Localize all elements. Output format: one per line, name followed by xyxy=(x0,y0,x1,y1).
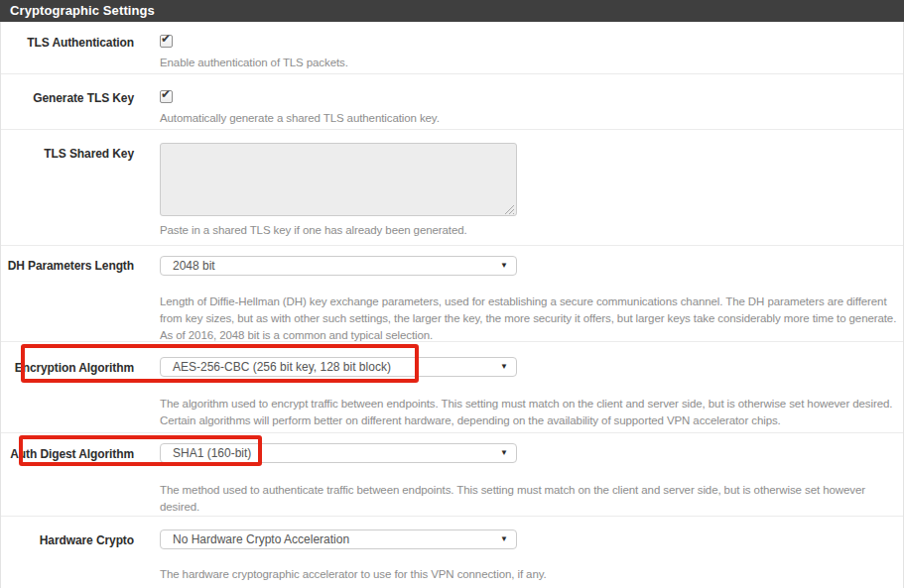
dropdown-arrow-icon: ▼ xyxy=(500,363,508,371)
auth-digest-algorithm-select[interactable]: SHA1 (160-bit) ▼ xyxy=(160,443,517,463)
field-label: DH Parameters Length xyxy=(1,259,134,273)
selected-option: No Hardware Crypto Acceleration xyxy=(173,532,349,546)
help-text: The algorithm used to encrypt traffic be… xyxy=(160,396,899,429)
row-tls-shared-key: TLS Shared Key Paste in a shared TLS key… xyxy=(1,130,903,246)
checkmark-icon: ✔ xyxy=(161,88,171,101)
help-text: The method used to authenticate traffic … xyxy=(160,482,899,516)
field-label: TLS Shared Key xyxy=(1,147,134,161)
tls-authentication-checkbox[interactable]: ✔ xyxy=(160,35,173,48)
cryptographic-settings-panel: Cryptographic Settings TLS Authenticatio… xyxy=(0,0,904,588)
dh-parameters-length-select[interactable]: 2048 bit ▼ xyxy=(160,256,517,276)
help-text: Paste in a shared TLS key if one has alr… xyxy=(160,222,899,239)
panel-header: Cryptographic Settings xyxy=(0,0,904,22)
selected-option: 2048 bit xyxy=(173,259,215,273)
help-text: Automatically generate a shared TLS auth… xyxy=(160,110,899,127)
field-label: TLS Authentication xyxy=(1,36,134,50)
dropdown-arrow-icon: ▼ xyxy=(500,535,508,543)
row-dh-parameters-length: DH Parameters Length 2048 bit ▼ Length o… xyxy=(1,246,903,342)
field-label: Auth Digest Algorithm xyxy=(1,447,134,461)
help-text: Enable authentication of TLS packets. xyxy=(160,55,899,71)
hardware-crypto-select[interactable]: No Hardware Crypto Acceleration ▼ xyxy=(160,529,517,549)
row-generate-tls-key: Generate TLS Key ✔ Automatically generat… xyxy=(1,74,903,130)
row-encryption-algorithm: Encryption Algorithm AES-256-CBC (256 bi… xyxy=(1,342,903,433)
field-label: Generate TLS Key xyxy=(1,91,134,105)
help-text: The hardware cryptographic accelerator t… xyxy=(160,566,899,583)
row-hardware-crypto: Hardware Crypto No Hardware Crypto Accel… xyxy=(1,517,903,588)
help-text: Length of Diffie-Hellman (DH) key exchan… xyxy=(160,294,899,344)
dropdown-arrow-icon: ▼ xyxy=(500,449,508,457)
tls-shared-key-textarea[interactable] xyxy=(160,143,517,216)
checkmark-icon: ✔ xyxy=(161,33,171,46)
selected-option: SHA1 (160-bit) xyxy=(173,446,251,460)
field-label: Hardware Crypto xyxy=(1,533,134,547)
generate-tls-key-checkbox[interactable]: ✔ xyxy=(160,90,173,103)
encryption-algorithm-select[interactable]: AES-256-CBC (256 bit key, 128 bit block)… xyxy=(160,357,517,377)
row-tls-authentication: TLS Authentication ✔ Enable authenticati… xyxy=(1,22,903,74)
dropdown-arrow-icon: ▼ xyxy=(500,262,508,270)
selected-option: AES-256-CBC (256 bit key, 128 bit block) xyxy=(173,360,391,374)
field-label: Encryption Algorithm xyxy=(1,361,134,375)
row-auth-digest-algorithm: Auth Digest Algorithm SHA1 (160-bit) ▼ T… xyxy=(1,433,903,517)
panel-title: Cryptographic Settings xyxy=(10,3,155,18)
